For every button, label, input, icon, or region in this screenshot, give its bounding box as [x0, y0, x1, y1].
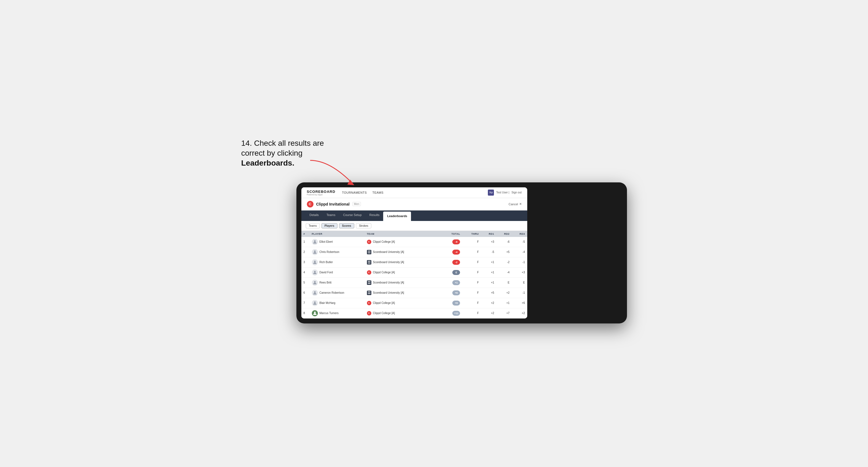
cell-player: Chris Robertson: [310, 247, 365, 257]
score-badge: -2: [452, 260, 460, 265]
svg-point-8: [314, 312, 316, 313]
svg-marker-0: [347, 180, 354, 185]
cell-rd2: -2: [496, 257, 512, 267]
cell-thru: F: [462, 308, 481, 318]
team-logo-c: C: [367, 311, 371, 315]
team-name: Clippd College [A]: [373, 312, 395, 315]
score-badge: -4: [452, 250, 460, 255]
table-header-row: # PLAYER TEAM TOTAL THRU RD1 RD2 RD3: [301, 231, 527, 237]
arrow-indicator: [307, 158, 368, 192]
svg-point-7: [314, 302, 316, 303]
cell-rd2: -4: [496, 267, 512, 277]
svg-point-3: [314, 261, 316, 262]
cell-rd1: +3: [481, 237, 496, 247]
tab-course-setup[interactable]: Course Setup: [339, 211, 366, 221]
team-name: Clippd College [A]: [373, 302, 395, 305]
cell-rank: 2: [301, 247, 310, 257]
cell-total: +9: [442, 298, 463, 308]
tab-details[interactable]: Details: [306, 211, 323, 221]
nav-teams[interactable]: TEAMS: [372, 191, 383, 194]
cell-team: CClippd College [A]: [365, 237, 442, 247]
cell-team: CClippd College [A]: [365, 308, 442, 318]
col-total: TOTAL: [442, 231, 463, 237]
cell-total: -2: [442, 257, 463, 267]
cell-total: -8: [442, 237, 463, 247]
tournament-badge: Men: [352, 202, 361, 206]
cell-team: CClippd College [A]: [365, 298, 442, 308]
cell-player: Marcus Turners: [310, 308, 365, 318]
cell-rd2: +1: [496, 298, 512, 308]
score-badge: -8: [452, 240, 460, 244]
team-logo-sb: [367, 291, 371, 295]
score-badge: E: [452, 270, 460, 275]
leaderboard-body: 1Elliot EbertCClippd College [A]-8F+3-6-…: [301, 237, 527, 318]
cell-rd3: -1: [512, 288, 527, 298]
score-badge: +11: [452, 311, 460, 316]
team-name: Scoreboard University [A]: [373, 261, 404, 264]
team-logo-sb: [367, 280, 371, 285]
table-row: 1Elliot EbertCClippd College [A]-8F+3-6-…: [301, 237, 527, 247]
player-name: Rees Britt: [319, 281, 332, 284]
cell-rd3: +2: [512, 308, 527, 318]
cell-thru: F: [462, 288, 481, 298]
filter-players[interactable]: Players: [321, 223, 337, 228]
tab-leaderboards[interactable]: Leaderboards: [383, 212, 411, 221]
cancel-button[interactable]: Cancel ✕: [508, 202, 522, 206]
team-name: Clippd College [A]: [373, 271, 395, 274]
tournament-header: C Clippd Invitational Men Cancel ✕: [301, 198, 527, 211]
cell-thru: F: [462, 237, 481, 247]
col-team: TEAM: [365, 231, 442, 237]
player-name: Chris Robertson: [319, 250, 339, 253]
cell-rd2: -6: [496, 237, 512, 247]
tablet-frame: SCOREBOARD Powered by clippd TOURNAMENTS…: [297, 182, 627, 323]
cell-player: Rich Butler: [310, 257, 365, 267]
table-row: 3Rich ButlerScoreboard University [A]-2F…: [301, 257, 527, 267]
team-name: Scoreboard University [A]: [373, 250, 404, 253]
cell-player: Cameron Robertson: [310, 288, 365, 298]
player-name: Rich Butler: [319, 261, 333, 264]
tab-results[interactable]: Results: [366, 211, 383, 221]
cell-rd3: -4: [512, 247, 527, 257]
cell-player: David Ford: [310, 267, 365, 277]
cell-player: Rees Britt: [310, 277, 365, 288]
filter-scores[interactable]: Scores: [339, 223, 354, 228]
user-avatar: TU: [488, 190, 494, 196]
cell-rd1: +2: [481, 308, 496, 318]
cell-rd3: +6: [512, 298, 527, 308]
col-rd2: RD2: [496, 231, 512, 237]
cell-rd2: +2: [496, 288, 512, 298]
filter-teams[interactable]: Teams: [306, 223, 320, 228]
cell-rank: 3: [301, 257, 310, 267]
player-name: Blair McHarg: [319, 302, 336, 305]
cell-total: E: [442, 267, 463, 277]
team-logo-c: C: [367, 240, 371, 244]
cell-rd3: E: [512, 277, 527, 288]
cell-rd2: +7: [496, 308, 512, 318]
cell-rd3: +3: [512, 267, 527, 277]
logo-sub: Powered by clippd: [307, 194, 336, 196]
cancel-icon: ✕: [519, 202, 522, 206]
cell-thru: F: [462, 277, 481, 288]
cell-team: Scoreboard University [A]: [365, 277, 442, 288]
cell-rd1: +1: [481, 267, 496, 277]
cell-total: +6: [442, 288, 463, 298]
team-logo-c: C: [367, 301, 371, 305]
cell-rd3: -1: [512, 257, 527, 267]
table-row: 4David FordCClippd College [A]EF+1-4+3: [301, 267, 527, 277]
cell-team: Scoreboard University [A]: [365, 247, 442, 257]
table-row: 2Chris RobertsonScoreboard University [A…: [301, 247, 527, 257]
col-thru: THRU: [462, 231, 481, 237]
svg-point-5: [314, 281, 316, 283]
cell-thru: F: [462, 267, 481, 277]
tournament-logo: C: [307, 201, 313, 208]
sign-out-link[interactable]: Sign out: [512, 191, 522, 194]
cell-rank: 6: [301, 288, 310, 298]
player-name: David Ford: [319, 271, 333, 274]
page-wrapper: 14. Check all results are correct by cli…: [241, 144, 627, 323]
tournament-title-area: C Clippd Invitational Men: [307, 201, 361, 208]
team-name: Scoreboard University [A]: [373, 281, 404, 284]
tab-teams[interactable]: Teams: [322, 211, 339, 221]
filter-strokes[interactable]: Strokes: [356, 223, 371, 228]
player-avatar: [312, 259, 318, 265]
svg-point-6: [314, 291, 316, 293]
